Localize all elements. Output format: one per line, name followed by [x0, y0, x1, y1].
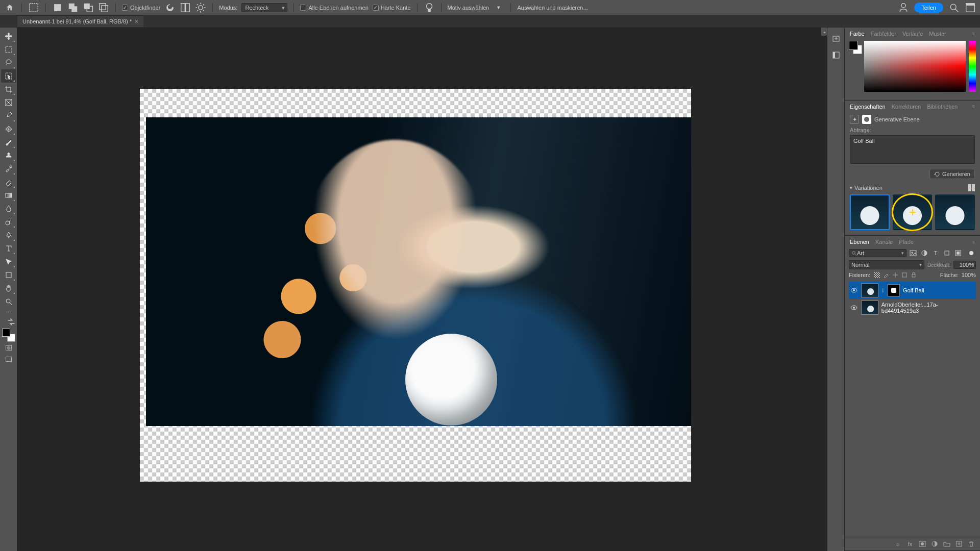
search-icon[interactable] — [948, 2, 960, 13]
cloud-user-icon[interactable] — [898, 2, 909, 13]
selection-subtract-icon[interactable] — [83, 2, 94, 13]
layer-thumbnail[interactable] — [861, 300, 878, 315]
move-tool[interactable] — [1, 30, 16, 43]
expand-panels-icon[interactable] — [821, 28, 827, 36]
select-subject-button[interactable]: Motiv auswählen — [448, 5, 489, 11]
hue-slider[interactable] — [969, 41, 976, 92]
layer-filter-dropdown[interactable]: ▾ — [849, 249, 906, 257]
layer-name[interactable]: Golf Ball — [903, 287, 924, 293]
zoom-tool[interactable] — [1, 295, 16, 308]
clone-stamp-tool[interactable] — [1, 149, 16, 162]
tab-eigenschaften[interactable]: Eigenschaften — [850, 104, 886, 110]
add-mask-icon[interactable] — [918, 539, 927, 548]
filter-smart-icon[interactable] — [953, 249, 963, 257]
selection-new-icon[interactable] — [52, 2, 63, 13]
history-brush-tool[interactable] — [1, 162, 16, 176]
sample-all-layers-checkbox[interactable]: Alle Ebenen aufnehmen — [300, 5, 368, 11]
home-icon[interactable] — [4, 2, 15, 13]
object-selection-tool[interactable] — [1, 69, 16, 83]
marquee-tool[interactable] — [1, 43, 16, 56]
tab-muster[interactable]: Muster — [929, 31, 946, 37]
color-picker-field[interactable] — [864, 41, 966, 92]
filter-type-icon[interactable]: T — [931, 249, 940, 257]
lock-transparency-icon[interactable] — [873, 271, 880, 279]
color-fg-bg-swatch[interactable] — [849, 41, 861, 53]
type-tool[interactable] — [1, 242, 16, 255]
visibility-icon[interactable] — [850, 304, 858, 312]
selection-add-icon[interactable] — [67, 2, 79, 13]
filter-adjust-icon[interactable] — [920, 249, 929, 257]
blur-tool[interactable] — [1, 202, 16, 215]
variation-thumb-1[interactable] — [850, 194, 890, 230]
chevron-down-icon[interactable]: ▾ — [850, 185, 852, 190]
brush-settings-icon[interactable] — [424, 2, 435, 13]
layer-item[interactable]: ⁞ Golf Ball — [849, 282, 976, 299]
refresh-icon[interactable] — [164, 2, 176, 13]
delete-layer-icon[interactable] — [967, 539, 976, 548]
filter-shape-icon[interactable] — [942, 249, 951, 257]
document-tab[interactable]: Unbenannt-1 bei 91,4% (Golf Ball, RGB/8)… — [17, 16, 143, 27]
tab-kanaele[interactable]: Kanäle — [875, 239, 893, 245]
eraser-tool[interactable] — [1, 176, 16, 189]
new-group-icon[interactable] — [942, 539, 951, 548]
edit-toolbar-icon[interactable]: ⋯ — [1, 308, 16, 316]
canvas[interactable] — [17, 28, 827, 551]
tab-verlaeufe[interactable]: Verläufe — [902, 31, 923, 37]
pen-tool[interactable] — [1, 229, 16, 242]
filter-pixel-icon[interactable] — [909, 249, 918, 257]
tab-pfade[interactable]: Pfade — [899, 239, 914, 245]
opacity-input[interactable]: 100% — [953, 261, 976, 269]
visibility-icon[interactable] — [850, 286, 858, 294]
lock-pixels-icon[interactable] — [883, 271, 890, 279]
lock-artboard-icon[interactable] — [901, 271, 908, 279]
prompt-input[interactable] — [850, 135, 975, 164]
panel-menu-icon[interactable]: ≡ — [972, 104, 975, 110]
shape-tool[interactable] — [1, 268, 16, 282]
path-selection-tool[interactable] — [1, 255, 16, 268]
tab-farbfelder[interactable]: Farbfelder — [871, 31, 896, 37]
lasso-tool[interactable] — [1, 56, 16, 69]
tab-farbe[interactable]: Farbe — [850, 31, 865, 37]
gradient-tool[interactable] — [1, 189, 16, 202]
layer-thumbnail[interactable] — [861, 283, 878, 297]
tab-bibliotheken[interactable]: Bibliotheken — [927, 104, 958, 110]
panel-menu-icon[interactable]: ≡ — [972, 239, 975, 245]
eyedropper-tool[interactable] — [1, 109, 16, 122]
dodge-tool[interactable] — [1, 215, 16, 229]
panel-menu-icon[interactable]: ≡ — [972, 31, 975, 37]
hard-edge-checkbox[interactable]: Harte Kante — [373, 5, 411, 11]
mask-link-icon[interactable]: ⁞ — [881, 287, 885, 294]
generate-button[interactable]: Generieren — [929, 169, 975, 179]
blend-mode-dropdown[interactable]: Normal — [849, 260, 924, 269]
screenmode-icon[interactable] — [4, 354, 14, 364]
quickmask-icon[interactable] — [4, 343, 14, 353]
filter-toggle[interactable] — [967, 249, 976, 257]
select-and-mask-button[interactable]: Auswählen und maskieren... — [517, 5, 587, 11]
workspace-icon[interactable] — [965, 2, 976, 13]
hand-tool[interactable] — [1, 282, 16, 295]
objektfinder-checkbox[interactable]: Objektfinder — [122, 5, 160, 11]
swap-colors-icon[interactable] — [1, 318, 16, 325]
share-button[interactable]: Teilen — [914, 3, 943, 13]
layer-item[interactable]: ArnoldOberleiter...17a-bd44914519a3 — [849, 299, 976, 316]
adjustment-layer-icon[interactable] — [930, 539, 939, 548]
variation-thumb-2[interactable] — [893, 194, 933, 230]
fill-input[interactable]: 100% — [962, 272, 976, 278]
tab-ebenen[interactable]: Ebenen — [850, 239, 869, 245]
collapsed-panel-icon-1[interactable] — [830, 33, 842, 45]
collapsed-panel-icon-2[interactable] — [830, 49, 842, 61]
healing-brush-tool[interactable] — [1, 122, 16, 136]
color-swatches[interactable] — [2, 329, 15, 342]
variations-grid-icon[interactable] — [968, 184, 975, 191]
tab-korrekturen[interactable]: Korrekturen — [892, 104, 921, 110]
crop-tool[interactable] — [1, 83, 16, 96]
selection-intersect-icon[interactable] — [98, 2, 109, 13]
lock-position-icon[interactable] — [892, 271, 899, 279]
layer-fx-icon[interactable]: fx — [905, 539, 915, 548]
tool-preset-dropdown[interactable] — [28, 2, 39, 13]
link-layers-icon[interactable]: ⌕ — [893, 539, 902, 548]
brush-tool[interactable] — [1, 136, 16, 149]
mode-dropdown[interactable]: Rechteck — [241, 3, 287, 12]
new-layer-icon[interactable] — [954, 539, 964, 548]
layer-name[interactable]: ArnoldOberleiter...17a-bd44914519a3 — [881, 302, 975, 314]
